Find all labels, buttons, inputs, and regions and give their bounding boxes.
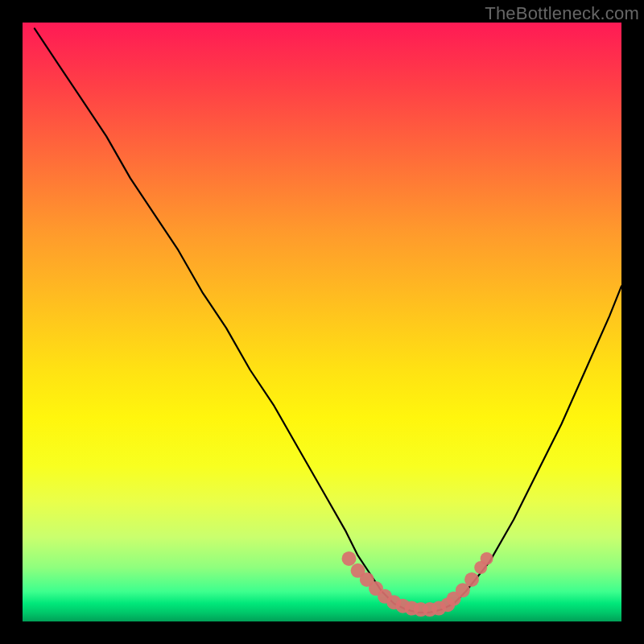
- chart-svg: [23, 23, 621, 621]
- svg-point-14: [464, 572, 479, 587]
- chart-plot-area: [23, 23, 621, 621]
- svg-point-0: [342, 551, 357, 566]
- highlight-dots: [342, 551, 493, 617]
- svg-point-16: [481, 552, 493, 565]
- watermark-text: TheBottleneck.com: [485, 3, 639, 24]
- v-curve-line: [35, 28, 621, 612]
- chart-frame: TheBottleneck.com: [0, 0, 644, 644]
